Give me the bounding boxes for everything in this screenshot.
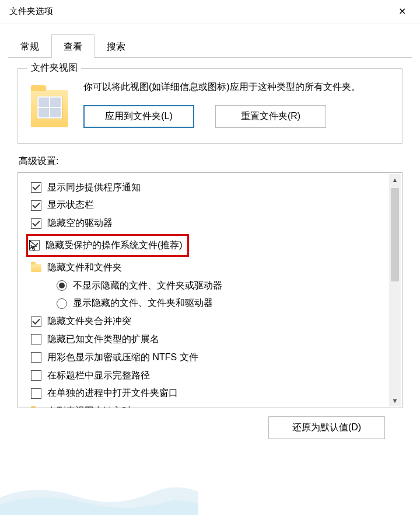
hidden-files-group: 隐藏文件和文件夹 (24, 259, 398, 277)
setting-label: 显示状态栏 (47, 198, 94, 213)
reset-folders-button[interactable]: 重置文件夹(R) (215, 105, 326, 128)
checkbox-icon[interactable] (31, 218, 41, 229)
group-label: 在列表视图中键入时 (47, 404, 131, 408)
setting-show-sync[interactable]: 显示同步提供程序通知 (24, 179, 398, 197)
setting-label: 不显示隐藏的文件、文件夹或驱动器 (73, 279, 222, 293)
checkbox-icon[interactable] (29, 240, 40, 250)
setting-label: 用彩色显示加密或压缩的 NTFS 文件 (47, 350, 198, 365)
checkbox-icon[interactable] (31, 182, 41, 193)
setting-label: 隐藏文件夹合并冲突 (47, 314, 131, 329)
checkbox-icon[interactable] (31, 316, 41, 327)
checkbox-icon[interactable] (31, 334, 41, 345)
window-title: 文件夹选项 (9, 6, 53, 17)
folder-views-label: 文件夹视图 (27, 62, 81, 74)
advanced-settings-label: 高级设置: (19, 155, 402, 168)
setting-hide-merge-conflicts[interactable]: 隐藏文件夹合并冲突 (24, 312, 398, 330)
scroll-down-icon[interactable]: ▼ (389, 395, 401, 406)
folder-icon (31, 264, 41, 272)
list-view-typing-group: 在列表视图中键入时 (24, 402, 398, 408)
tab-search[interactable]: 搜索 (94, 34, 138, 58)
restore-defaults-button[interactable]: 还原为默认值(D) (268, 416, 385, 439)
tab-strip: 常规 查看 搜索 (0, 23, 420, 58)
advanced-settings-list: 显示同步提供程序通知 显示状态栏 隐藏空的驱动器 隐藏受保护的操作系统文件(推荐… (18, 172, 402, 408)
checkbox-icon[interactable] (31, 388, 41, 399)
setting-label: 在标题栏中显示完整路径 (47, 368, 150, 383)
setting-hide-protected-os-files[interactable]: 隐藏受保护的操作系统文件(推荐) (24, 232, 398, 259)
radio-show-hidden[interactable]: 显示隐藏的文件、文件夹和驱动器 (24, 294, 398, 312)
setting-hide-empty-drives[interactable]: 隐藏空的驱动器 (24, 214, 398, 232)
radio-icon[interactable] (57, 280, 67, 291)
group-label: 隐藏文件和文件夹 (47, 260, 122, 275)
folder-views-group: 文件夹视图 你可以将此视图(如详细信息或图标)应用于这种类型的所有文件夹。 应用… (18, 68, 402, 144)
radio-icon[interactable] (57, 298, 67, 309)
checkbox-icon[interactable] (31, 370, 41, 381)
checkbox-icon[interactable] (31, 200, 41, 211)
setting-full-path-title[interactable]: 在标题栏中显示完整路径 (24, 367, 398, 385)
setting-ntfs-color[interactable]: 用彩色显示加密或压缩的 NTFS 文件 (24, 349, 398, 367)
setting-label: 隐藏受保护的操作系统文件(推荐) (46, 238, 183, 253)
titlebar: 文件夹选项 ✕ (0, 0, 420, 23)
apply-to-folders-button[interactable]: 应用到文件夹(L) (83, 105, 194, 128)
setting-separate-process[interactable]: 在单独的进程中打开文件夹窗口 (24, 384, 398, 402)
highlight-annotation: 隐藏受保护的操作系统文件(推荐) (26, 234, 189, 257)
setting-label: 显示同步提供程序通知 (47, 180, 141, 195)
tab-panel-view: 文件夹视图 你可以将此视图(如详细信息或图标)应用于这种类型的所有文件夹。 应用… (0, 58, 420, 445)
folder-views-desc: 你可以将此视图(如详细信息或图标)应用于这种类型的所有文件夹。 (83, 79, 389, 95)
background-decoration (0, 480, 198, 515)
setting-hide-extensions[interactable]: 隐藏已知文件类型的扩展名 (24, 330, 398, 349)
scrollbar[interactable]: ▲ ▼ (389, 174, 401, 406)
setting-label: 隐藏空的驱动器 (47, 216, 113, 231)
setting-label: 显示隐藏的文件、文件夹和驱动器 (73, 296, 213, 311)
setting-show-status-bar[interactable]: 显示状态栏 (24, 196, 398, 214)
scroll-up-icon[interactable]: ▲ (389, 174, 401, 186)
setting-label: 在单独的进程中打开文件夹窗口 (47, 386, 178, 401)
cursor-icon (29, 239, 39, 257)
scroll-thumb[interactable] (391, 188, 399, 281)
tab-view[interactable]: 查看 (51, 34, 94, 58)
radio-dont-show-hidden[interactable]: 不显示隐藏的文件、文件夹或驱动器 (24, 277, 398, 295)
close-button[interactable]: ✕ (388, 3, 415, 20)
setting-label: 隐藏已知文件类型的扩展名 (47, 332, 159, 347)
close-icon: ✕ (398, 6, 406, 17)
checkbox-icon[interactable] (31, 352, 41, 363)
tab-general[interactable]: 常规 (8, 34, 51, 58)
folder-icon (31, 90, 68, 127)
